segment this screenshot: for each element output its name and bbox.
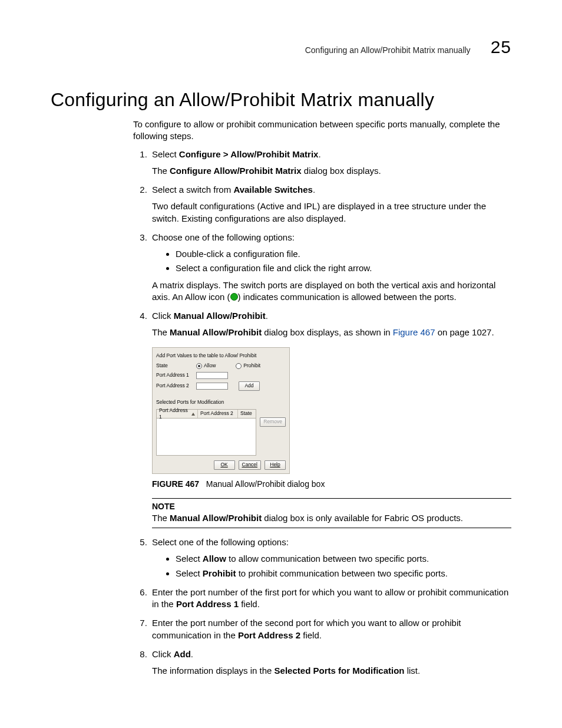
text-bold: Selected Ports for Modification [275, 666, 405, 676]
radio-label: Prohibit [243, 363, 260, 369]
btn-label: OK [220, 462, 227, 468]
text: Select [176, 554, 203, 564]
text-bold: Allow [203, 554, 226, 564]
text: The [152, 513, 170, 523]
col-port-address-1[interactable]: Port Address 1 [157, 410, 198, 418]
remove-button[interactable]: Remove [260, 417, 286, 427]
text-bold: Manual Allow/Prohibit [170, 327, 262, 337]
col-port-address-2[interactable]: Port Address 2 [198, 410, 238, 418]
help-button[interactable]: Help [265, 460, 286, 470]
text: . [313, 185, 315, 195]
running-title: Configuring an Allow/Prohibit Matrix man… [305, 45, 471, 56]
radio-label: Allow [204, 363, 216, 369]
prohibit-radio[interactable]: Prohibit [236, 363, 260, 369]
figure-xref[interactable]: Figure 467 [393, 327, 435, 337]
text: Select [176, 568, 203, 578]
step-7: Enter the port number of the second port… [150, 617, 511, 641]
step-8: Click Add. The information displays in t… [150, 648, 511, 677]
bullet: Double-click a configuration file. [176, 248, 511, 260]
text-bold: Manual Allow/Prohibit [170, 513, 262, 523]
text: list. [404, 666, 420, 676]
allow-radio[interactable]: Allow [196, 363, 216, 369]
steps-list: Select Configure > Allow/Prohibit Matrix… [133, 149, 511, 677]
btn-label: Cancel [242, 462, 257, 468]
text: . [318, 149, 320, 159]
manual-allow-prohibit-dialog: Add Port Values to the table to Allow/ P… [152, 347, 290, 474]
ok-button[interactable]: OK [214, 460, 235, 470]
text-bold: Available Switches [233, 185, 313, 195]
port-address-2-label: Port Address 2 [156, 383, 193, 389]
text: Choose one of the following options: [152, 232, 295, 242]
add-button[interactable]: Add [239, 381, 260, 391]
text: The [152, 327, 170, 337]
dialog-section-title: Add Port Values to the table to Allow/ P… [156, 353, 286, 359]
port-address-2-input[interactable] [196, 383, 228, 390]
text: dialog box is only available for Fabric … [262, 513, 463, 523]
bullet: Select Allow to allow communication betw… [176, 553, 511, 565]
step-6: Enter the port number of the first port … [150, 587, 511, 611]
text: . [191, 649, 193, 659]
figure-caption-text: Manual Allow/Prohibit dialog box [206, 479, 325, 489]
body-content: To configure to allow or prohibit commun… [133, 118, 511, 677]
page-title: Configuring an Allow/Prohibit Matrix man… [51, 87, 511, 113]
text-bold: Manual Allow/Prohibit [174, 311, 266, 321]
text-bold: Port Address 1 [176, 599, 239, 609]
port-address-1-input[interactable] [196, 372, 228, 379]
text-bold: Configure Allow/Prohibit Matrix [170, 166, 302, 176]
text-bold: Configure > Allow/Prohibit Matrix [179, 149, 319, 159]
text: ) indicates communication is allowed bet… [238, 292, 457, 302]
text: to prohibit communication between two sp… [236, 568, 448, 578]
col-state[interactable]: State [238, 410, 256, 418]
text-bold: Port Address 2 [238, 630, 300, 640]
cancel-button[interactable]: Cancel [239, 460, 261, 470]
allow-icon [230, 293, 238, 301]
bullet: Select Prohibit to prohibit communicatio… [176, 568, 511, 579]
figure-label: FIGURE 467 [152, 479, 199, 489]
dialog-section-title-2: Selected Ports for Modification [156, 399, 286, 406]
port-address-1-label: Port Address 1 [156, 372, 193, 378]
note-label: NOTE [152, 501, 511, 512]
figure-caption: FIGURE 467 Manual Allow/Prohibit dialog … [152, 479, 511, 490]
text: Click [152, 649, 174, 659]
dialog-table-header: Port Address 1 Port Address 2 State [156, 409, 256, 419]
step-4: Click Manual Allow/Prohibit. The Manual … [150, 310, 511, 528]
text: dialog box displays. [302, 166, 381, 176]
dialog-table-body [156, 419, 256, 456]
sort-asc-icon [191, 413, 195, 416]
text: to allow communication between two speci… [226, 554, 429, 564]
text-bold: Prohibit [203, 568, 236, 578]
text: . [266, 311, 268, 321]
text: on page 1027. [435, 327, 494, 337]
step-3: Choose one of the following options: Dou… [150, 232, 511, 303]
text: Select a switch from [152, 185, 233, 195]
text: Select one of the following options: [152, 537, 289, 547]
text: field. [239, 599, 260, 609]
state-label: State [156, 363, 193, 369]
chapter-number: 25 [491, 35, 511, 60]
step-2: Select a switch from Available Switches.… [150, 184, 511, 225]
text: Click [152, 311, 174, 321]
bullet: Select a configuration file and click th… [176, 262, 511, 274]
running-header: Configuring an Allow/Prohibit Matrix man… [305, 35, 511, 60]
text: Select [152, 149, 179, 159]
text: dialog box displays, as shown in [262, 327, 393, 337]
intro-text: To configure to allow or prohibit commun… [133, 118, 511, 143]
radio-icon [196, 363, 202, 369]
step-1: Select Configure > Allow/Prohibit Matrix… [150, 149, 511, 177]
text: The information displays in the [152, 666, 275, 676]
radio-icon [236, 363, 242, 369]
text: Two default configurations (Active and I… [152, 200, 511, 225]
btn-label: Help [270, 462, 280, 468]
text: field. [300, 630, 322, 640]
text: The [152, 166, 170, 176]
text-bold: Add [174, 649, 191, 659]
step-5: Select one of the following options: Sel… [150, 536, 511, 579]
note-block: NOTE The Manual Allow/Prohibit dialog bo… [152, 498, 511, 528]
col-label: Port Address 1 [159, 407, 190, 421]
